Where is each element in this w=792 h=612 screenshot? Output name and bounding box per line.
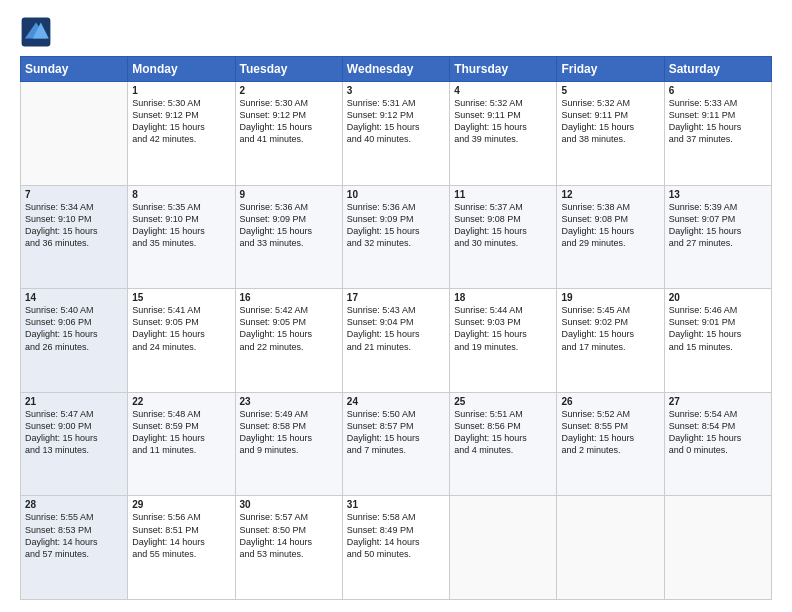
day-number: 9 [240,189,338,200]
day-info: Sunrise: 5:38 AM Sunset: 9:08 PM Dayligh… [561,201,659,250]
day-info: Sunrise: 5:56 AM Sunset: 8:51 PM Dayligh… [132,511,230,560]
day-number: 16 [240,292,338,303]
day-number: 13 [669,189,767,200]
day-info: Sunrise: 5:37 AM Sunset: 9:08 PM Dayligh… [454,201,552,250]
day-info: Sunrise: 5:35 AM Sunset: 9:10 PM Dayligh… [132,201,230,250]
day-number: 1 [132,85,230,96]
day-number: 24 [347,396,445,407]
day-info: Sunrise: 5:44 AM Sunset: 9:03 PM Dayligh… [454,304,552,353]
day-info: Sunrise: 5:33 AM Sunset: 9:11 PM Dayligh… [669,97,767,146]
day-info: Sunrise: 5:50 AM Sunset: 8:57 PM Dayligh… [347,408,445,457]
day-number: 11 [454,189,552,200]
calendar-header-friday: Friday [557,57,664,82]
day-info: Sunrise: 5:48 AM Sunset: 8:59 PM Dayligh… [132,408,230,457]
calendar-cell: 29Sunrise: 5:56 AM Sunset: 8:51 PM Dayli… [128,496,235,600]
calendar-cell: 30Sunrise: 5:57 AM Sunset: 8:50 PM Dayli… [235,496,342,600]
day-number: 27 [669,396,767,407]
calendar-cell: 11Sunrise: 5:37 AM Sunset: 9:08 PM Dayli… [450,185,557,289]
calendar-cell: 20Sunrise: 5:46 AM Sunset: 9:01 PM Dayli… [664,289,771,393]
day-number: 28 [25,499,123,510]
calendar-cell: 2Sunrise: 5:30 AM Sunset: 9:12 PM Daylig… [235,82,342,186]
calendar-header-wednesday: Wednesday [342,57,449,82]
day-number: 18 [454,292,552,303]
calendar-cell: 28Sunrise: 5:55 AM Sunset: 8:53 PM Dayli… [21,496,128,600]
day-number: 4 [454,85,552,96]
calendar-cell: 31Sunrise: 5:58 AM Sunset: 8:49 PM Dayli… [342,496,449,600]
header [20,16,772,48]
calendar-cell: 12Sunrise: 5:38 AM Sunset: 9:08 PM Dayli… [557,185,664,289]
calendar-header-sunday: Sunday [21,57,128,82]
calendar-cell: 27Sunrise: 5:54 AM Sunset: 8:54 PM Dayli… [664,392,771,496]
day-info: Sunrise: 5:46 AM Sunset: 9:01 PM Dayligh… [669,304,767,353]
day-info: Sunrise: 5:39 AM Sunset: 9:07 PM Dayligh… [669,201,767,250]
calendar-cell: 26Sunrise: 5:52 AM Sunset: 8:55 PM Dayli… [557,392,664,496]
day-number: 5 [561,85,659,96]
calendar-cell [664,496,771,600]
calendar-cell: 18Sunrise: 5:44 AM Sunset: 9:03 PM Dayli… [450,289,557,393]
calendar-cell: 17Sunrise: 5:43 AM Sunset: 9:04 PM Dayli… [342,289,449,393]
day-info: Sunrise: 5:32 AM Sunset: 9:11 PM Dayligh… [561,97,659,146]
logo-icon [20,16,52,48]
day-info: Sunrise: 5:30 AM Sunset: 9:12 PM Dayligh… [240,97,338,146]
calendar-header-tuesday: Tuesday [235,57,342,82]
day-number: 29 [132,499,230,510]
calendar-header-saturday: Saturday [664,57,771,82]
calendar-week-2: 7Sunrise: 5:34 AM Sunset: 9:10 PM Daylig… [21,185,772,289]
day-number: 23 [240,396,338,407]
day-info: Sunrise: 5:47 AM Sunset: 9:00 PM Dayligh… [25,408,123,457]
calendar-header-monday: Monday [128,57,235,82]
calendar-cell: 15Sunrise: 5:41 AM Sunset: 9:05 PM Dayli… [128,289,235,393]
day-number: 3 [347,85,445,96]
page: SundayMondayTuesdayWednesdayThursdayFrid… [0,0,792,612]
day-info: Sunrise: 5:32 AM Sunset: 9:11 PM Dayligh… [454,97,552,146]
day-number: 19 [561,292,659,303]
day-number: 22 [132,396,230,407]
day-info: Sunrise: 5:30 AM Sunset: 9:12 PM Dayligh… [132,97,230,146]
day-info: Sunrise: 5:51 AM Sunset: 8:56 PM Dayligh… [454,408,552,457]
day-info: Sunrise: 5:43 AM Sunset: 9:04 PM Dayligh… [347,304,445,353]
day-info: Sunrise: 5:49 AM Sunset: 8:58 PM Dayligh… [240,408,338,457]
day-info: Sunrise: 5:40 AM Sunset: 9:06 PM Dayligh… [25,304,123,353]
day-number: 17 [347,292,445,303]
calendar-cell: 21Sunrise: 5:47 AM Sunset: 9:00 PM Dayli… [21,392,128,496]
day-number: 6 [669,85,767,96]
calendar-cell: 10Sunrise: 5:36 AM Sunset: 9:09 PM Dayli… [342,185,449,289]
calendar-cell [557,496,664,600]
day-info: Sunrise: 5:57 AM Sunset: 8:50 PM Dayligh… [240,511,338,560]
calendar-cell: 5Sunrise: 5:32 AM Sunset: 9:11 PM Daylig… [557,82,664,186]
calendar-cell: 7Sunrise: 5:34 AM Sunset: 9:10 PM Daylig… [21,185,128,289]
day-info: Sunrise: 5:36 AM Sunset: 9:09 PM Dayligh… [240,201,338,250]
calendar-cell: 8Sunrise: 5:35 AM Sunset: 9:10 PM Daylig… [128,185,235,289]
calendar-cell: 3Sunrise: 5:31 AM Sunset: 9:12 PM Daylig… [342,82,449,186]
day-number: 12 [561,189,659,200]
day-info: Sunrise: 5:54 AM Sunset: 8:54 PM Dayligh… [669,408,767,457]
calendar-week-3: 14Sunrise: 5:40 AM Sunset: 9:06 PM Dayli… [21,289,772,393]
calendar-cell [21,82,128,186]
day-number: 26 [561,396,659,407]
calendar-cell: 19Sunrise: 5:45 AM Sunset: 9:02 PM Dayli… [557,289,664,393]
calendar-cell: 9Sunrise: 5:36 AM Sunset: 9:09 PM Daylig… [235,185,342,289]
day-number: 15 [132,292,230,303]
day-info: Sunrise: 5:42 AM Sunset: 9:05 PM Dayligh… [240,304,338,353]
calendar-cell: 6Sunrise: 5:33 AM Sunset: 9:11 PM Daylig… [664,82,771,186]
day-number: 10 [347,189,445,200]
calendar-header-row: SundayMondayTuesdayWednesdayThursdayFrid… [21,57,772,82]
calendar-cell: 14Sunrise: 5:40 AM Sunset: 9:06 PM Dayli… [21,289,128,393]
day-info: Sunrise: 5:45 AM Sunset: 9:02 PM Dayligh… [561,304,659,353]
calendar-cell [450,496,557,600]
day-number: 2 [240,85,338,96]
day-number: 30 [240,499,338,510]
day-number: 14 [25,292,123,303]
calendar-cell: 1Sunrise: 5:30 AM Sunset: 9:12 PM Daylig… [128,82,235,186]
day-number: 8 [132,189,230,200]
calendar-cell: 23Sunrise: 5:49 AM Sunset: 8:58 PM Dayli… [235,392,342,496]
calendar-header-thursday: Thursday [450,57,557,82]
day-number: 31 [347,499,445,510]
day-info: Sunrise: 5:31 AM Sunset: 9:12 PM Dayligh… [347,97,445,146]
calendar-table: SundayMondayTuesdayWednesdayThursdayFrid… [20,56,772,600]
calendar-cell: 13Sunrise: 5:39 AM Sunset: 9:07 PM Dayli… [664,185,771,289]
logo [20,16,56,48]
day-number: 7 [25,189,123,200]
calendar-cell: 25Sunrise: 5:51 AM Sunset: 8:56 PM Dayli… [450,392,557,496]
day-info: Sunrise: 5:41 AM Sunset: 9:05 PM Dayligh… [132,304,230,353]
